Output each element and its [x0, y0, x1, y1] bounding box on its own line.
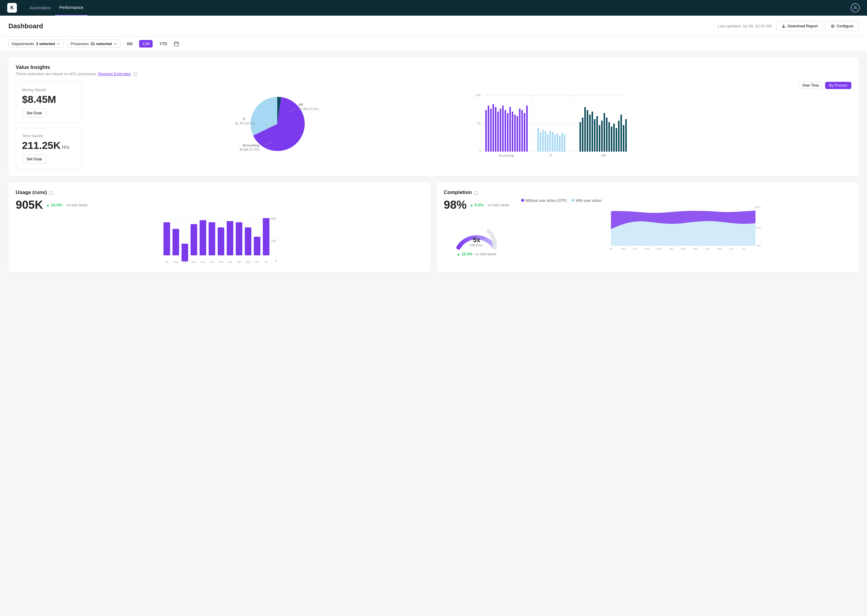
- nav-item-performance[interactable]: Performance: [55, 0, 88, 16]
- bottom-grid: Usage (runs) i 905K ▲ 10.5% vs last week…: [8, 182, 859, 278]
- svg-text:Jul: Jul: [165, 261, 169, 264]
- main-content: Value Insights These estimates are based…: [0, 51, 867, 284]
- svg-text:May: May: [245, 261, 251, 264]
- svg-rect-49: [591, 112, 593, 152]
- svg-text:May: May: [717, 247, 722, 250]
- svg-rect-53: [601, 121, 603, 152]
- bar-chart-by-process: 10K 5K 0: [473, 92, 629, 161]
- svg-rect-77: [172, 229, 179, 255]
- set-goal-time-button[interactable]: Set Goal: [22, 155, 46, 163]
- svg-rect-63: [625, 119, 627, 152]
- svg-rect-29: [522, 110, 523, 152]
- departments-filter[interactable]: Departments 3 selected: [8, 40, 63, 48]
- svg-rect-39: [554, 135, 556, 152]
- configure-button[interactable]: Configure: [826, 21, 859, 31]
- svg-text:100K: 100K: [270, 217, 277, 220]
- completion-trend: ▲ 0.5%: [470, 203, 484, 207]
- svg-text:Jul: Jul: [609, 247, 613, 250]
- svg-rect-32: [538, 128, 539, 152]
- svg-rect-22: [504, 110, 506, 152]
- svg-rect-62: [623, 125, 624, 152]
- svg-rect-41: [559, 136, 561, 152]
- svg-text:Sep: Sep: [620, 247, 625, 250]
- gauge-chart: 5x Efficiency: [452, 220, 501, 251]
- svg-text:Jun: Jun: [729, 247, 734, 250]
- svg-text:5K: 5K: [478, 122, 481, 125]
- area-chart: 100% 50% 0% Jul Sep Oct Nov Dec: [521, 205, 851, 250]
- svg-rect-57: [611, 127, 612, 152]
- insights-title: Value Insights: [16, 64, 851, 71]
- svg-text:0: 0: [275, 259, 277, 262]
- svg-rect-50: [594, 119, 596, 152]
- pie-chart-area: HR $1.9M (23.2%) IT $1.7M (19.7%) Accoun…: [88, 82, 467, 160]
- svg-rect-58: [613, 124, 615, 152]
- svg-rect-47: [587, 110, 588, 152]
- time-ytd-button[interactable]: YTD: [156, 40, 170, 47]
- usage-info-icon: i: [49, 191, 53, 195]
- set-goal-money-button[interactable]: Set Goal: [22, 108, 46, 117]
- svg-rect-20: [500, 108, 501, 152]
- over-time-toggle[interactable]: Over Time: [798, 82, 823, 89]
- svg-point-1: [832, 25, 833, 27]
- svg-text:Sep: Sep: [173, 261, 178, 264]
- svg-text:0: 0: [479, 149, 481, 153]
- nav-item-automation[interactable]: Automation: [25, 0, 55, 16]
- svg-text:Accounting: Accounting: [499, 154, 514, 157]
- area-chart-legend: Without user action (STP) With user acti…: [521, 198, 851, 203]
- completion-title: Completion: [444, 190, 472, 195]
- insights-subtitle: These estimates are based on 8/21 proces…: [16, 72, 851, 76]
- pie-chart: HR $1.9M (23.2%) IT $1.7M (19.7%) Accoun…: [226, 82, 328, 160]
- svg-point-0: [854, 6, 856, 8]
- svg-text:Mar: Mar: [693, 247, 698, 250]
- gauge-container: 5x Efficiency ▲ 10.5% vs last week: [444, 214, 509, 262]
- svg-rect-24: [509, 107, 511, 152]
- svg-text:Dec: Dec: [657, 247, 662, 250]
- calendar-icon[interactable]: [174, 41, 179, 47]
- svg-rect-87: [263, 218, 270, 255]
- page-header: Dashboard Last updated: Jul 30, 10:30 AM…: [0, 16, 867, 37]
- svg-rect-28: [519, 108, 520, 152]
- completion-value: 98%: [444, 198, 467, 211]
- svg-rect-76: [164, 222, 170, 255]
- chevron-down-icon: [113, 42, 117, 46]
- svg-text:Apr: Apr: [237, 261, 241, 264]
- svg-rect-19: [497, 112, 499, 152]
- bar-chart-area: Over Time By Process 10K 5K 0: [473, 82, 851, 162]
- svg-rect-45: [582, 118, 583, 152]
- time-6m-button[interactable]: 6M: [124, 40, 136, 47]
- processes-filter[interactable]: Processes 21 selected: [67, 40, 120, 48]
- avatar[interactable]: [851, 3, 860, 13]
- svg-rect-30: [524, 113, 525, 152]
- money-saved-value: $8.45M: [22, 94, 76, 105]
- gauge-trend-label: vs last week: [475, 252, 497, 256]
- usage-card: Usage (runs) i 905K ▲ 10.5% vs last week…: [8, 182, 430, 272]
- svg-text:50K: 50K: [271, 239, 277, 243]
- download-report-button[interactable]: Download Report: [776, 21, 823, 31]
- svg-text:Feb: Feb: [219, 261, 223, 264]
- svg-text:i: i: [50, 192, 51, 195]
- svg-rect-44: [580, 122, 581, 152]
- svg-text:HR: HR: [602, 154, 606, 157]
- request-estimates-link[interactable]: Request Estimates: [98, 72, 131, 76]
- svg-rect-40: [556, 134, 558, 152]
- configure-label: Configure: [837, 24, 853, 28]
- svg-rect-17: [492, 104, 494, 152]
- usage-bar-chart: 100K 50K 0 Jul Sep: [16, 216, 423, 264]
- svg-text:0%: 0%: [757, 244, 761, 247]
- info-icon: i: [133, 72, 137, 76]
- completion-info-icon: i: [474, 191, 478, 195]
- svg-rect-59: [616, 128, 617, 152]
- area-chart-area: Without user action (STP) With user acti…: [521, 198, 851, 251]
- pie-label-accounting: Accounting: [243, 143, 259, 147]
- time-12m-button[interactable]: 12M: [139, 40, 153, 47]
- svg-rect-54: [604, 113, 605, 152]
- svg-rect-79: [191, 224, 197, 255]
- svg-rect-51: [596, 116, 598, 152]
- time-saved-box: Time Saved 211.25KHrs Set Goal: [16, 128, 82, 169]
- svg-rect-55: [606, 118, 607, 152]
- svg-text:Oct: Oct: [633, 247, 637, 250]
- time-saved-label: Time Saved: [22, 134, 76, 138]
- usage-trend: ▲ 10.5%: [46, 203, 62, 207]
- svg-rect-36: [547, 134, 549, 152]
- by-process-toggle[interactable]: By Process: [825, 82, 851, 89]
